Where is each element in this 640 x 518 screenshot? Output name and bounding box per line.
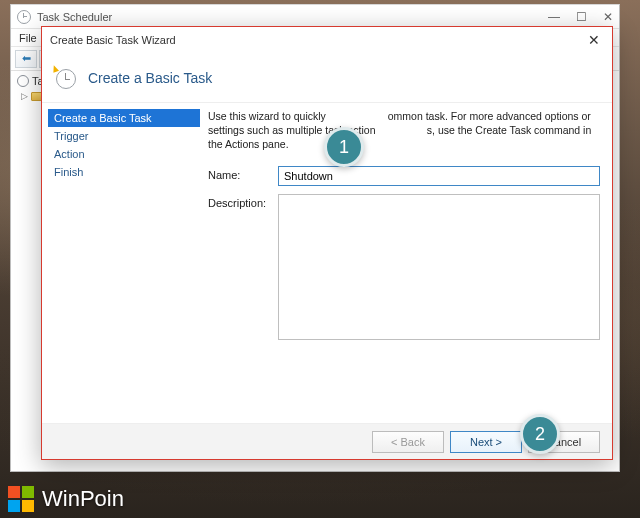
wizard-content-pane: Use this wizard to quickly schedule a co… — [200, 103, 612, 423]
close-button[interactable]: ✕ — [603, 11, 613, 23]
wizard-intro-text: Use this wizard to quickly schedule a co… — [208, 109, 600, 152]
wizard-step-action[interactable]: Action — [48, 145, 200, 163]
wizard-steps-list: Create a Basic Task Trigger Action Finis… — [42, 103, 200, 423]
chevron-right-icon: ▷ — [21, 91, 28, 101]
wizard-step-create-basic-task[interactable]: Create a Basic Task — [48, 109, 200, 127]
dialog-titlebar: Create Basic Task Wizard ✕ — [42, 27, 612, 53]
wizard-step-trigger[interactable]: Trigger — [48, 127, 200, 145]
create-basic-task-wizard-dialog: Create Basic Task Wizard ✕ Create a Basi… — [41, 26, 613, 460]
description-textarea[interactable] — [278, 194, 600, 340]
wizard-step-finish[interactable]: Finish — [48, 163, 200, 181]
dialog-header: Create a Basic Task — [42, 53, 612, 103]
maximize-button[interactable]: ☐ — [576, 11, 587, 23]
clock-icon — [17, 75, 29, 87]
dialog-close-button[interactable]: ✕ — [584, 32, 604, 48]
tree-sub-item[interactable]: ▷ — [21, 91, 42, 101]
name-label: Name: — [208, 166, 278, 186]
dialog-heading: Create a Basic Task — [88, 70, 212, 86]
back-button: < Back — [372, 431, 444, 453]
wizard-clock-icon — [52, 65, 78, 91]
menu-file[interactable]: File — [19, 32, 37, 44]
dialog-title: Create Basic Task Wizard — [50, 34, 176, 46]
next-button[interactable]: Next > — [450, 431, 522, 453]
annotation-callout-1: 1 — [324, 127, 364, 167]
annotation-callout-2: 2 — [520, 414, 560, 454]
watermark-brand: WinPoin — [8, 486, 124, 512]
parent-window-title: Task Scheduler — [37, 11, 112, 23]
minimize-button[interactable]: — — [548, 11, 560, 23]
windows-logo-icon — [8, 486, 34, 512]
name-input[interactable] — [278, 166, 600, 186]
watermark-text: WinPoin — [42, 486, 124, 512]
description-label: Description: — [208, 194, 278, 340]
clock-icon — [17, 10, 31, 24]
nav-back-button[interactable]: ⬅ — [15, 50, 37, 68]
